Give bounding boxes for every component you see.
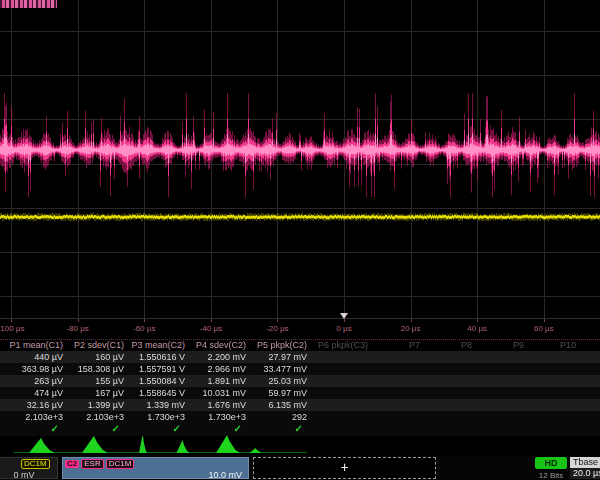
param-header-p10[interactable]: P10 bbox=[530, 340, 582, 351]
param-stat-cell bbox=[478, 363, 530, 375]
param-stat-cell bbox=[530, 363, 582, 375]
waveform-display[interactable] bbox=[0, 0, 600, 318]
param-status-check bbox=[313, 423, 374, 436]
param-status-check: ✓ bbox=[252, 423, 313, 436]
timebase-value: 20.0 µs bbox=[570, 468, 600, 479]
param-header-p7[interactable]: P7 bbox=[374, 340, 426, 351]
param-stat-cell bbox=[530, 411, 582, 423]
param-stat-cell: 1.339 mV bbox=[130, 399, 191, 411]
channel-c2-descriptor[interactable]: C2 ESRDC1M 10.0 mV bbox=[62, 457, 249, 479]
row-spacer bbox=[0, 399, 8, 411]
param-stat-cell: 1.730e+3 bbox=[191, 411, 252, 423]
trigger-time-marker[interactable] bbox=[340, 313, 348, 319]
param-stat-cell: 2.966 mV bbox=[191, 363, 252, 375]
param-stat-cell bbox=[426, 363, 478, 375]
time-axis[interactable]: -100 µs-80 µs-60 µs-40 µs-20 µs0 µs20 µs… bbox=[0, 318, 600, 339]
param-stat-cell: 33.477 mV bbox=[252, 363, 313, 375]
param-stat-cell: 160 µV bbox=[69, 351, 130, 363]
hd-bits-label: 12 Bits bbox=[531, 471, 571, 480]
time-axis-label: 40 µs bbox=[467, 324, 487, 333]
param-header-p3[interactable]: P3 mean(C2) bbox=[130, 340, 191, 351]
param-header-p2[interactable]: P2 sdev(C1) bbox=[69, 340, 130, 351]
param-stat-cell: 1.550084 V bbox=[130, 375, 191, 387]
cropped-trace-label-badge bbox=[0, 0, 57, 8]
time-axis-label: 20 µs bbox=[401, 324, 421, 333]
row-spacer bbox=[0, 351, 8, 363]
time-axis-label: -20 µs bbox=[266, 324, 288, 333]
param-stat-cell bbox=[426, 351, 478, 363]
time-axis-label: 0 µs bbox=[336, 324, 351, 333]
row-spacer bbox=[0, 387, 8, 399]
param-stat-cell bbox=[313, 375, 374, 387]
param-stat-cell: 158.308 µV bbox=[69, 363, 130, 375]
time-axis-label: 60 µs bbox=[534, 324, 554, 333]
param-stat-cell bbox=[374, 399, 426, 411]
param-stat-cell bbox=[426, 411, 478, 423]
channel-c1-descriptor[interactable]: DC1M 0 mV bbox=[0, 457, 58, 479]
param-stat-cell: 10.031 mV bbox=[191, 387, 252, 399]
time-axis-label: -60 µs bbox=[133, 324, 155, 333]
param-header-p6[interactable]: P6 pkpk(C3) bbox=[313, 340, 374, 351]
param-stat-cell bbox=[313, 387, 374, 399]
param-stat-cell: 474 µV bbox=[8, 387, 69, 399]
row-spacer bbox=[0, 423, 8, 436]
time-axis-tick bbox=[11, 319, 12, 322]
param-stat-cell: 1.558645 V bbox=[130, 387, 191, 399]
param-status-check bbox=[478, 423, 530, 436]
param-stat-cell: 263 µV bbox=[8, 375, 69, 387]
param-stat-cell bbox=[530, 375, 582, 387]
param-stat-cell bbox=[426, 399, 478, 411]
param-stat-cell bbox=[374, 363, 426, 375]
param-stat-cell bbox=[313, 411, 374, 423]
time-axis-tick bbox=[277, 319, 278, 322]
param-stat-cell: 1.676 mV bbox=[191, 399, 252, 411]
param-stat-cell bbox=[374, 351, 426, 363]
param-stat-cell bbox=[374, 411, 426, 423]
param-stat-cell: 25.03 mV bbox=[252, 375, 313, 387]
param-stat-cell bbox=[478, 375, 530, 387]
histicon-4 bbox=[177, 440, 190, 453]
param-stat-cell: 2.200 mV bbox=[191, 351, 252, 363]
param-stat-cell: 2.103e+3 bbox=[69, 411, 130, 423]
param-header-p9[interactable]: P9 bbox=[478, 340, 530, 351]
param-stat-cell bbox=[478, 399, 530, 411]
param-status-check: ✓ bbox=[69, 423, 130, 436]
parameter-histicons bbox=[0, 436, 600, 456]
param-stat-cell bbox=[374, 387, 426, 399]
param-header-p4[interactable]: P4 sdev(C2) bbox=[191, 340, 252, 351]
param-stat-cell bbox=[478, 411, 530, 423]
time-axis-label: -80 µs bbox=[66, 324, 88, 333]
param-header-p8[interactable]: P8 bbox=[426, 340, 478, 351]
param-stat-cell bbox=[313, 351, 374, 363]
param-stat-cell bbox=[478, 351, 530, 363]
time-axis-label: -100 µs bbox=[0, 324, 24, 333]
param-stat-cell: 155 µV bbox=[69, 375, 130, 387]
param-stat-cell: 1.550616 V bbox=[130, 351, 191, 363]
param-status-check: ✓ bbox=[130, 423, 191, 436]
row-spacer bbox=[0, 411, 8, 423]
hd-mode-button[interactable]: HD bbox=[535, 457, 567, 469]
param-stat-cell bbox=[530, 399, 582, 411]
add-trace-button[interactable]: + bbox=[253, 457, 436, 479]
param-stat-cell: 1.891 mV bbox=[191, 375, 252, 387]
time-axis-tick bbox=[211, 319, 212, 322]
param-stat-cell bbox=[313, 363, 374, 375]
param-header-p5[interactable]: P5 pkpk(C2) bbox=[252, 340, 313, 351]
param-stat-cell bbox=[374, 375, 426, 387]
histicon-2 bbox=[82, 436, 108, 453]
param-status-check bbox=[530, 423, 582, 436]
c1-coupling-badge: DC1M bbox=[21, 459, 50, 469]
timebase-descriptor[interactable]: Tbase 20.0 µs bbox=[570, 457, 600, 479]
c2-attr-badge: ESR bbox=[81, 459, 103, 469]
row-spacer bbox=[0, 375, 8, 387]
histicon-3 bbox=[139, 436, 147, 453]
param-status-check: ✓ bbox=[8, 423, 69, 436]
param-stat-cell: 292 bbox=[252, 411, 313, 423]
param-stat-cell: 27.97 mV bbox=[252, 351, 313, 363]
row-spacer bbox=[0, 363, 8, 375]
param-header-p1[interactable]: P1 mean(C1) bbox=[8, 340, 69, 351]
row-spacer bbox=[0, 340, 8, 351]
measurement-table: P1 mean(C1)P2 sdev(C1)P3 mean(C2)P4 sdev… bbox=[0, 339, 600, 436]
param-stat-cell bbox=[313, 399, 374, 411]
param-stat-cell bbox=[478, 387, 530, 399]
